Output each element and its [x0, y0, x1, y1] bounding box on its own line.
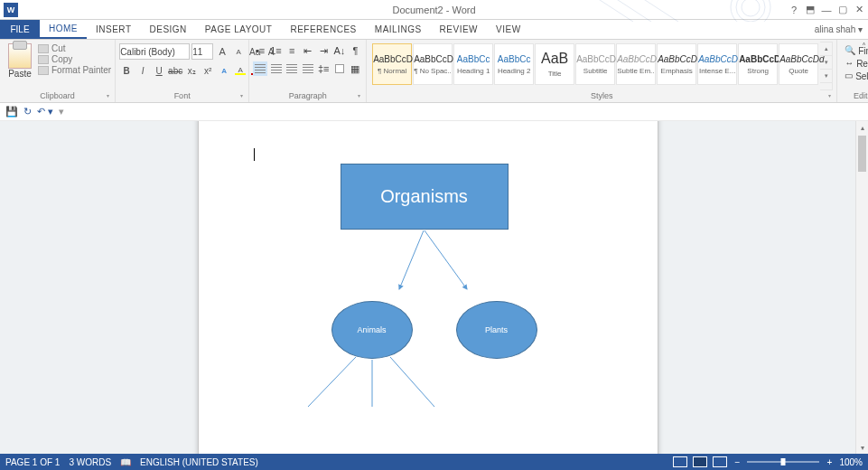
qat-repeat-button[interactable]: ↻ — [23, 106, 32, 118]
restore-down-button[interactable]: ▢ — [837, 5, 848, 15]
help-button[interactable]: ? — [789, 5, 799, 15]
account-name[interactable]: alina shah ▾ — [815, 20, 863, 39]
bullets-button[interactable]: •≡ — [253, 43, 267, 58]
sort-button[interactable]: A↓ — [332, 43, 347, 58]
paste-label: Paste — [4, 69, 36, 79]
paste-button[interactable]: Paste — [4, 42, 36, 90]
tab-file[interactable]: FILE — [0, 20, 40, 39]
replace-button[interactable]: ↔Replace — [845, 58, 868, 69]
style--normal[interactable]: AaBbCcDd¶ Normal — [372, 43, 412, 85]
paste-icon — [8, 43, 32, 69]
line-spacing-button[interactable]: ‡≡ — [316, 61, 331, 76]
tab-page-layout[interactable]: PAGE LAYOUT — [196, 20, 282, 39]
select-button[interactable]: ▭Select ▾ — [845, 70, 868, 81]
font-size-input[interactable] — [191, 43, 213, 60]
style--no-spac-[interactable]: AaBbCcDd¶ No Spac... — [413, 43, 453, 85]
cut-button[interactable]: Cut — [38, 43, 111, 53]
shrink-font-button[interactable]: A — [231, 44, 246, 59]
align-center-button[interactable] — [269, 61, 284, 76]
word-app-icon: W — [4, 3, 18, 17]
style-intense-e-[interactable]: AaBbCcDdIntense E... — [697, 43, 737, 85]
group-label-styles: Styles — [370, 90, 833, 102]
minimize-button[interactable]: — — [821, 5, 832, 15]
find-icon: 🔍 — [845, 45, 855, 56]
style-title[interactable]: AaBTitle — [535, 43, 574, 85]
style-strong[interactable]: AaBbCcDdStrong — [738, 43, 778, 85]
shape-plants-oval[interactable]: Plants — [456, 301, 537, 359]
page[interactable]: Organisms Animals Plants — [198, 121, 658, 454]
web-layout-button[interactable] — [713, 456, 727, 467]
tab-insert[interactable]: INSERT — [87, 20, 141, 39]
shape-animals-oval[interactable]: Animals — [331, 301, 413, 359]
group-paragraph: •≡ 1≡ ≡ ⇤ ⇥ A↓ ¶ ‡≡ ▦ Paragraph — [249, 40, 367, 102]
titlebar-decoration — [588, 0, 787, 22]
italic-button[interactable]: I — [135, 63, 150, 78]
copy-icon — [38, 55, 49, 64]
zoom-in-button[interactable]: + — [825, 457, 834, 467]
borders-button[interactable]: ▦ — [349, 61, 363, 76]
copy-button[interactable]: Copy — [38, 54, 111, 64]
scroll-down-button[interactable]: ▾ — [856, 441, 868, 454]
show-hide-button[interactable]: ¶ — [349, 43, 363, 58]
styles-more-button[interactable]: ▴▾▾ — [820, 42, 833, 90]
style-heading-1[interactable]: AaBbCcHeading 1 — [453, 43, 493, 85]
status-page[interactable]: PAGE 1 OF 1 — [5, 457, 60, 467]
grow-font-button[interactable]: A — [215, 44, 229, 59]
tab-design[interactable]: DESIGN — [141, 20, 196, 39]
quick-access-toolbar: 💾 ↻ ↶ ▾ ▾ — [0, 103, 868, 121]
read-mode-button[interactable] — [673, 456, 687, 467]
connectors — [199, 121, 659, 454]
align-left-button[interactable] — [253, 61, 267, 76]
status-words[interactable]: 3 WORDS — [69, 457, 111, 467]
close-button[interactable]: ✕ — [854, 5, 864, 15]
qat-undo-button[interactable]: ↶ ▾ — [37, 106, 53, 118]
svg-line-5 — [308, 357, 356, 407]
decrease-indent-button[interactable]: ⇤ — [301, 43, 315, 58]
zoom-level[interactable]: 100% — [839, 457, 863, 467]
styles-gallery: AaBbCcDd¶ NormalAaBbCcDd¶ No Spac...AaBb… — [370, 42, 820, 90]
print-layout-button[interactable] — [693, 456, 707, 467]
document-canvas[interactable]: Organisms Animals Plants — [0, 121, 855, 454]
group-label-paragraph: Paragraph — [253, 90, 362, 102]
justify-button[interactable] — [301, 61, 315, 76]
bold-button[interactable]: B — [119, 63, 134, 78]
status-proofing-icon[interactable]: 📖 — [120, 457, 131, 467]
style-emphasis[interactable]: AaBbCcDdEmphasis — [657, 43, 696, 85]
underline-button[interactable]: U — [152, 63, 166, 78]
strikethrough-button[interactable]: abc — [168, 63, 182, 78]
scroll-up-button[interactable]: ▴ — [856, 121, 868, 134]
zoom-out-button[interactable]: − — [733, 457, 742, 467]
status-language[interactable]: ENGLISH (UNITED STATES) — [140, 457, 258, 467]
style-quote[interactable]: AaBbCcDdQuote — [779, 43, 818, 85]
style-subtle-em-[interactable]: AaBbCcDdSubtle Em... — [616, 43, 656, 85]
format-painter-button[interactable]: Format Painter — [38, 65, 111, 75]
tab-view[interactable]: VIEW — [487, 20, 530, 39]
group-label-font: Font — [119, 90, 245, 102]
qat-customize-button[interactable]: ▾ — [59, 106, 64, 118]
collapse-ribbon-button[interactable]: ˄ — [862, 42, 866, 52]
style-heading-2[interactable]: AaBbCcHeading 2 — [494, 43, 534, 85]
tab-home[interactable]: HOME — [40, 20, 87, 39]
tab-references[interactable]: REFERENCES — [281, 20, 365, 39]
align-right-button[interactable] — [285, 61, 299, 76]
svg-line-4 — [425, 230, 467, 289]
subscript-button[interactable]: x₂ — [184, 63, 199, 78]
tab-review[interactable]: REVIEW — [431, 20, 487, 39]
vertical-scrollbar[interactable]: ▴ ▾ — [855, 121, 868, 454]
tab-mailings[interactable]: MAILINGS — [366, 20, 431, 39]
text-effects-button[interactable]: A — [217, 63, 231, 78]
zoom-slider[interactable] — [747, 461, 819, 463]
ribbon: ˄ Paste Cut Copy Format Painter Clipboar… — [0, 40, 868, 103]
qat-save-button[interactable]: 💾 — [5, 106, 18, 118]
superscript-button[interactable]: x² — [201, 63, 215, 78]
shading-button[interactable] — [332, 61, 347, 76]
ribbon-display-options-button[interactable]: ⬒ — [805, 5, 816, 15]
increase-indent-button[interactable]: ⇥ — [316, 43, 331, 58]
group-label-editing: Editing — [841, 90, 868, 102]
style-subtitle[interactable]: AaBbCcDdSubtitle — [575, 43, 615, 85]
multilevel-list-button[interactable]: ≡ — [285, 43, 299, 58]
highlight-button[interactable]: A — [233, 63, 247, 78]
scroll-thumb[interactable] — [858, 136, 866, 172]
cut-icon — [38, 44, 49, 53]
font-name-input[interactable] — [119, 43, 190, 60]
